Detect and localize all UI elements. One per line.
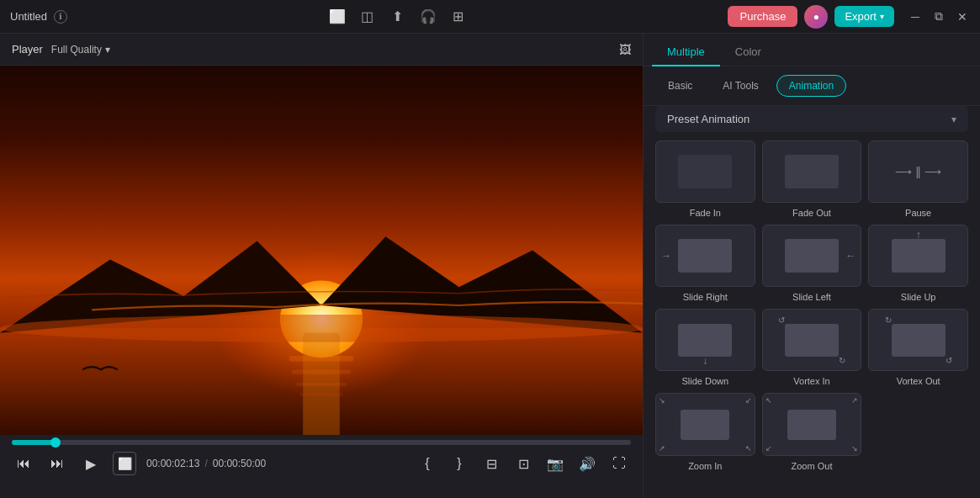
svg-rect-8 — [294, 342, 348, 350]
player-label: Player — [12, 43, 43, 56]
anim-item-vortex-in[interactable]: ↺ ↻ Vortex In — [762, 309, 862, 386]
zoom-in-bl-icon: ↗ — [659, 444, 665, 453]
anim-item-zoom-in[interactable]: ↘ ↙ ↗ ↖ Zoom In — [655, 393, 755, 470]
anim-label-pause: Pause — [905, 208, 931, 218]
titlebar: Untitled ℹ ⬜ ◫ ⬆ 🎧 ⊞ Purchase ● Export ▾… — [0, 0, 980, 34]
anim-inner-slide-up — [892, 239, 946, 273]
slide-down-arrow-icon: ↓ — [702, 355, 707, 367]
sub-tab-animation[interactable]: Animation — [776, 75, 846, 97]
detach-button[interactable]: ⊡ — [511, 452, 535, 475]
svg-rect-9 — [289, 356, 353, 362]
anim-label-slide-down: Slide Down — [682, 376, 729, 386]
maximize-button[interactable]: ⧉ — [931, 9, 946, 24]
minimize-button[interactable]: ─ — [908, 9, 923, 24]
main-tabs: Multiple Color — [644, 34, 980, 66]
anim-label-fade-in: Fade In — [690, 208, 721, 218]
skip-back-button[interactable]: ⏮ — [12, 452, 35, 475]
slide-right-arrow-icon: → — [661, 250, 671, 262]
grid-icon[interactable]: ⊞ — [449, 8, 468, 26]
camera-button[interactable]: 📷 — [543, 452, 567, 475]
vortex-out-rotate2-icon: ↺ — [946, 356, 952, 365]
svg-rect-12 — [299, 393, 343, 396]
anim-item-zoom-out[interactable]: ↖ ↗ ↙ ↘ Zoom Out — [762, 393, 862, 470]
sub-tab-basic[interactable]: Basic — [655, 75, 705, 97]
anim-item-slide-up[interactable]: ↑ Slide Up — [868, 225, 968, 302]
sub-tabs: Basic AI Tools Animation — [644, 66, 980, 106]
split-button[interactable]: ⊟ — [479, 452, 503, 475]
zoom-out-bl-icon: ↙ — [765, 444, 772, 453]
volume-button[interactable]: 🔊 — [575, 452, 599, 475]
main-content: Player Full Quality ▾ 🖼 — [0, 34, 980, 498]
anim-inner-zoom-out — [787, 410, 836, 440]
monitor-icon[interactable]: ⬜ — [328, 8, 347, 26]
vortex-in-rotate-icon: ↺ — [778, 315, 785, 325]
anim-item-slide-left[interactable]: ← Slide Left — [762, 225, 862, 302]
anim-item-fade-in[interactable]: Fade In — [655, 140, 755, 218]
progress-thumb[interactable] — [50, 437, 61, 448]
purchase-button[interactable]: Purchase — [728, 6, 797, 27]
anim-inner-slide-left — [785, 239, 839, 273]
screenshot-icon[interactable]: 🖼 — [619, 43, 631, 56]
svg-rect-11 — [295, 383, 347, 386]
stop-button[interactable]: ⬜ — [113, 452, 136, 475]
controls-right: { } ⊟ ⊡ 📷 🔊 ⛶ — [416, 452, 631, 475]
anim-inner-slide-down — [678, 324, 732, 358]
anim-item-slide-right[interactable]: → Slide Right — [655, 225, 755, 302]
anim-inner-vortex-in: ↺ ↻ — [785, 324, 839, 358]
progress-fill — [12, 440, 56, 445]
avatar[interactable]: ● — [804, 5, 828, 29]
upload-icon[interactable]: ⬆ — [389, 8, 407, 26]
export-chevron-icon: ▾ — [880, 12, 884, 21]
time-separator: / — [204, 458, 207, 469]
anim-preview-slide-right: → — [655, 225, 755, 287]
window-controls: ─ ⧉ ✕ — [908, 9, 970, 24]
anim-item-vortex-out[interactable]: ↻ ↺ Vortex Out — [868, 309, 968, 386]
total-time: 00:00:50:00 — [213, 458, 266, 469]
anim-preview-slide-down: ↓ — [655, 309, 755, 371]
zoom-in-tr-icon: ↙ — [745, 396, 752, 405]
anim-item-slide-down[interactable]: ↓ Slide Down — [655, 309, 755, 386]
svg-rect-14 — [307, 412, 336, 415]
vortex-in-rotate2-icon: ↻ — [839, 356, 845, 365]
titlebar-left: Untitled ℹ — [10, 10, 67, 24]
controls-left: ⏮ ⏭ ▶ ⬜ 00:00:02:13 / 00:00:50:00 — [12, 452, 266, 475]
anim-preview-vortex-out: ↻ ↺ — [868, 309, 968, 371]
fullscreen-button[interactable]: ⛶ — [607, 452, 631, 475]
tab-multiple[interactable]: Multiple — [652, 39, 720, 66]
anim-item-fade-out[interactable]: Fade Out — [762, 140, 862, 218]
play-button[interactable]: ▶ — [79, 452, 103, 475]
anim-item-pause[interactable]: ⟶ ‖ ⟶ Pause — [868, 140, 968, 218]
project-title: Untitled — [10, 10, 47, 23]
quality-select[interactable]: Full Quality ▾ — [51, 44, 110, 56]
anim-label-zoom-in: Zoom In — [688, 461, 722, 471]
slide-left-arrow-icon: ← — [845, 250, 856, 262]
preset-animation-header[interactable]: Preset Animation ▾ — [655, 106, 968, 132]
zoom-out-br-icon: ↘ — [851, 444, 858, 453]
anim-preview-pause: ⟶ ‖ ⟶ — [868, 140, 968, 203]
anim-inner-fade-out — [785, 155, 839, 188]
progress-bar[interactable] — [12, 440, 631, 445]
anim-preview-vortex-in: ↺ ↻ — [762, 309, 862, 371]
tab-color[interactable]: Color — [720, 39, 776, 66]
pause-anim-icon: ⟶ ‖ ⟶ — [895, 165, 941, 178]
close-button[interactable]: ✕ — [955, 9, 970, 24]
time-display: 00:00:02:13 / 00:00:50:00 — [146, 458, 266, 469]
anim-preview-fade-out — [762, 140, 862, 203]
player-toolbar-left: Player Full Quality ▾ — [12, 43, 110, 56]
anim-inner-fade-in — [678, 155, 732, 188]
mark-out-button[interactable]: } — [448, 452, 471, 475]
export-button[interactable]: Export ▾ — [834, 6, 894, 27]
player-toolbar: Player Full Quality ▾ 🖼 — [0, 34, 643, 66]
quality-chevron-icon: ▾ — [105, 44, 110, 56]
animation-grid: Fade In Fade Out ⟶ ‖ ⟶ Pause → — [644, 140, 980, 471]
info-icon[interactable]: ℹ — [54, 10, 67, 24]
anim-preview-slide-left: ← — [762, 225, 862, 287]
mark-in-button[interactable]: { — [416, 452, 439, 475]
headphone-icon[interactable]: 🎧 — [419, 8, 437, 26]
anim-label-slide-right: Slide Right — [683, 292, 728, 302]
anim-inner-slide-right — [678, 239, 732, 273]
step-back-button[interactable]: ⏭ — [45, 452, 69, 475]
crop-icon[interactable]: ◫ — [358, 8, 377, 26]
sub-tab-ai-tools[interactable]: AI Tools — [710, 75, 771, 97]
preset-label: Preset Animation — [667, 113, 750, 125]
